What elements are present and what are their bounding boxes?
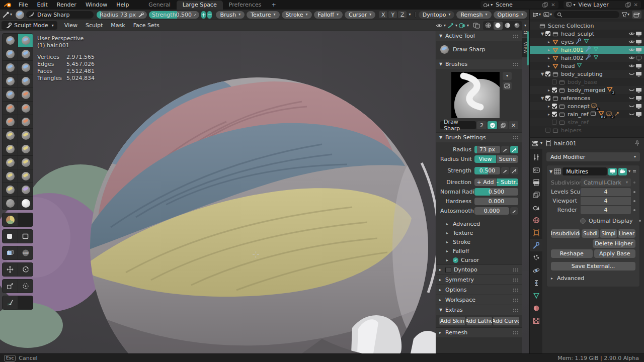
delete-higher-button[interactable]: Delete Higher: [593, 239, 636, 248]
collection-checkbox[interactable]: [552, 79, 557, 84]
monitor-icon[interactable]: [635, 71, 642, 77]
drag-handle-icon[interactable]: [513, 278, 519, 282]
display-mode-dropdown[interactable]: ▾: [532, 12, 541, 18]
tool-flatten[interactable]: [18, 88, 33, 101]
tool-move[interactable]: [3, 263, 18, 276]
drag-handle-icon[interactable]: [513, 34, 519, 38]
tool-clay[interactable]: [3, 47, 18, 60]
normal-radius-slider[interactable]: 0.500: [474, 188, 518, 196]
texture-popover[interactable]: Texture▾: [247, 11, 279, 19]
subdivide-button[interactable]: Subdi: [582, 229, 599, 238]
symmetry-x-button[interactable]: X: [379, 11, 387, 18]
scene-name[interactable]: Scene: [493, 2, 541, 8]
subdivide-linear-button[interactable]: Linear: [618, 229, 635, 238]
tool-blob[interactable]: [3, 74, 18, 87]
brushes-section-header[interactable]: ▼Brushes: [436, 59, 522, 69]
monitor-icon[interactable]: [635, 31, 642, 37]
viewport-menu-view[interactable]: View: [60, 22, 82, 29]
add-skin-button[interactable]: Add Skin: [439, 317, 465, 325]
symmetry-y-button[interactable]: Y: [388, 11, 397, 18]
tool-rotate-tool[interactable]: [18, 263, 33, 276]
properties-tab-tool[interactable]: [530, 151, 542, 163]
level-value-field[interactable]: 4: [581, 206, 631, 214]
unlink-brush-button[interactable]: ✕: [509, 121, 518, 129]
hardness-slider[interactable]: 0.000: [474, 198, 518, 205]
fake-user-toggle[interactable]: [488, 121, 497, 129]
brush-image-button[interactable]: [503, 82, 512, 90]
radius-unit-view[interactable]: View: [474, 155, 497, 163]
modifier-name-input[interactable]: Multires: [562, 167, 607, 175]
eye-icon[interactable]: [628, 47, 635, 53]
eye-closed-icon[interactable]: [628, 103, 635, 109]
outliner-row-head[interactable]: ▸head: [530, 62, 644, 70]
tool-cloth[interactable]: [18, 183, 33, 196]
section-workspace[interactable]: ▸Workspace: [436, 295, 522, 305]
drag-handle-icon[interactable]: [513, 62, 519, 66]
eye-closed-icon[interactable]: [628, 71, 635, 77]
drag-handle-icon[interactable]: [513, 268, 519, 272]
brush-preview-image[interactable]: [451, 72, 500, 118]
tool-simplify[interactable]: [3, 197, 18, 210]
monitor-icon[interactable]: [635, 103, 642, 109]
tool-draw[interactable]: [3, 34, 18, 47]
expand-icon[interactable]: ▸: [546, 64, 552, 68]
breadcrumb[interactable]: hair.001: [554, 140, 577, 147]
cursor-checkbox[interactable]: ✓: [453, 257, 458, 263]
brush-preview-icon[interactable]: [16, 11, 24, 19]
animate-decorator[interactable]: [633, 209, 635, 211]
strength-pressure-toggle[interactable]: [510, 167, 518, 174]
expand-icon[interactable]: ▸: [546, 48, 552, 52]
brush-name-input[interactable]: Draw Sharp: [440, 121, 476, 129]
view-layer-selector[interactable]: ▾ View Layer ✕: [564, 1, 641, 9]
expand-icon[interactable]: ▼: [539, 96, 545, 101]
tool-pinch[interactable]: [18, 115, 33, 128]
monitor-icon[interactable]: [635, 63, 642, 69]
expand-icon[interactable]: ▸: [546, 40, 552, 44]
filter-id-type-dropdown[interactable]: ▾: [543, 12, 552, 18]
tool-crease[interactable]: [18, 74, 33, 87]
level-value-field[interactable]: 4: [581, 197, 631, 205]
pen-pressure-icon[interactable]: [194, 12, 196, 18]
outliner-row-eyes[interactable]: ▸eyes: [530, 38, 644, 46]
section-symmetry[interactable]: ▸Symmetry: [436, 275, 522, 285]
editor-type-icon[interactable]: [532, 140, 539, 146]
filter-dropdown[interactable]: ▾: [621, 12, 629, 18]
expand-icon[interactable]: ▸: [546, 112, 552, 117]
workspace-tab-general[interactable]: General: [142, 1, 176, 10]
tool-annotate[interactable]: [3, 296, 18, 309]
properties-tab-world[interactable]: [530, 214, 542, 226]
modifier-extras-dropdown[interactable]: ▾: [628, 169, 630, 173]
tool-rotate[interactable]: [3, 169, 18, 183]
eye-closed-icon[interactable]: [628, 87, 635, 93]
viewport-menu-sculpt[interactable]: Sculpt: [82, 22, 107, 29]
properties-tab-particles[interactable]: [530, 251, 542, 264]
tool-smooth[interactable]: [3, 88, 18, 101]
properties-tab-view-layer[interactable]: [530, 189, 542, 201]
overlays-toggle[interactable]: [458, 22, 467, 30]
autosmooth-slider[interactable]: 0.000: [474, 207, 509, 215]
collection-checkbox[interactable]: [552, 87, 557, 93]
tool-snake-hook[interactable]: [3, 142, 18, 155]
dyntopo-checkbox[interactable]: [445, 267, 451, 273]
properties-tab-object-data[interactable]: [530, 289, 542, 302]
tool-clay-strips[interactable]: [18, 47, 33, 60]
pen-pressure-icon[interactable]: [138, 12, 144, 18]
scrollbar[interactable]: [527, 31, 529, 65]
subsection-advanced[interactable]: ▸Advanced: [436, 219, 522, 228]
eye-closed-icon[interactable]: [628, 95, 635, 101]
modifier-viewport-toggle[interactable]: [608, 168, 617, 175]
radius-slider[interactable]: Radius73 px: [97, 11, 147, 19]
eye-icon[interactable]: [628, 55, 635, 61]
radius-slider[interactable]: 73 px: [474, 146, 500, 153]
new-collection-button[interactable]: [632, 11, 641, 19]
radius-pressure-toggle[interactable]: [510, 146, 518, 153]
tool-scrape[interactable]: [18, 102, 33, 115]
tool-slide-relax[interactable]: [18, 169, 33, 183]
collection-checkbox[interactable]: [545, 31, 550, 36]
add-direction-button[interactable]: +: [201, 11, 206, 19]
dyntopo-checkbox[interactable]: [415, 12, 416, 18]
remesh-popover[interactable]: Remesh▾: [456, 11, 491, 19]
outliner-row-body-base[interactable]: body_base: [530, 78, 644, 86]
shading-material-button[interactable]: [503, 22, 512, 30]
properties-tab-constraints[interactable]: [530, 277, 542, 289]
